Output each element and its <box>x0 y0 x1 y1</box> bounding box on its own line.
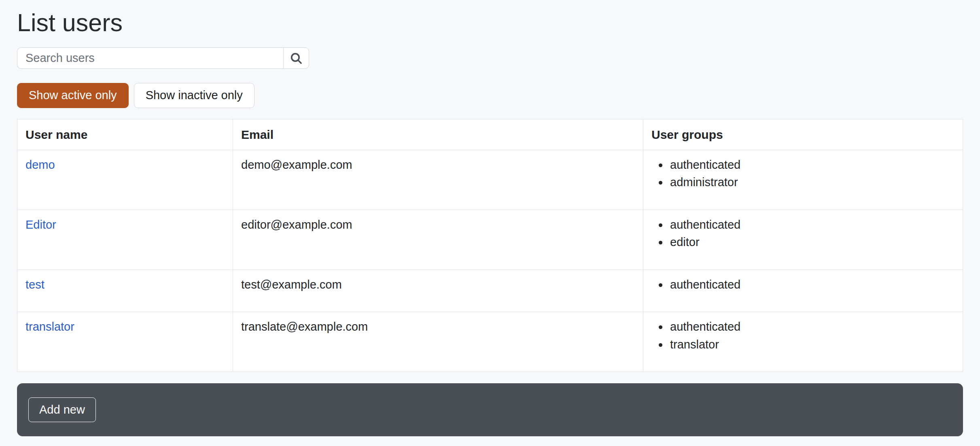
user-name-cell: Editor <box>17 210 233 270</box>
user-group-item: authenticated <box>668 156 955 174</box>
user-link[interactable]: demo <box>25 158 55 171</box>
user-groups-cell: authenticatededitor <box>643 210 963 270</box>
table-row: Editor editor@example.com authenticatede… <box>17 210 963 270</box>
user-email-cell: editor@example.com <box>233 210 643 270</box>
users-page: List users Show active only Show inactiv… <box>0 0 980 436</box>
user-groups-list: authenticatedadministrator <box>651 156 955 191</box>
table-header-row: User name Email User groups <box>17 119 963 150</box>
user-groups-list: authenticatedtranslator <box>651 318 955 353</box>
user-link[interactable]: translator <box>25 320 74 333</box>
search-button[interactable] <box>283 47 309 69</box>
user-email-cell: test@example.com <box>233 270 643 312</box>
column-header-user-groups: User groups <box>643 119 963 150</box>
user-name-cell: demo <box>17 150 233 210</box>
add-new-button[interactable]: Add new <box>28 397 96 423</box>
user-name-cell: test <box>17 270 233 312</box>
user-group-item: translator <box>668 336 955 354</box>
search-group <box>17 47 309 69</box>
user-name-cell: translator <box>17 312 233 372</box>
column-header-user-name: User name <box>17 119 233 150</box>
table-row: translator translate@example.com authent… <box>17 312 963 372</box>
users-table: User name Email User groups demo demo@ex… <box>17 119 963 372</box>
user-group-item: authenticated <box>668 216 955 234</box>
magnifier-icon <box>289 51 303 65</box>
footer-action-bar: Add new <box>17 383 963 436</box>
column-header-email: Email <box>233 119 643 150</box>
user-group-item: editor <box>668 234 955 251</box>
page-title: List users <box>17 8 963 38</box>
show-active-only-button[interactable]: Show active only <box>17 83 129 108</box>
user-groups-cell: authenticatedadministrator <box>643 150 963 210</box>
user-group-item: administrator <box>668 174 955 191</box>
table-row: test test@example.com authenticated <box>17 270 963 312</box>
filter-buttons: Show active only Show inactive only <box>17 83 963 108</box>
user-email-cell: translate@example.com <box>233 312 643 372</box>
user-groups-cell: authenticated <box>643 270 963 312</box>
table-body: demo demo@example.com authenticatedadmin… <box>17 150 963 372</box>
user-email-cell: demo@example.com <box>233 150 643 210</box>
search-input[interactable] <box>17 47 283 69</box>
user-link[interactable]: test <box>25 278 45 291</box>
table-row: demo demo@example.com authenticatedadmin… <box>17 150 963 210</box>
user-groups-list: authenticatededitor <box>651 216 955 251</box>
user-groups-cell: authenticatedtranslator <box>643 312 963 372</box>
user-groups-list: authenticated <box>651 276 955 294</box>
user-link[interactable]: Editor <box>25 218 56 231</box>
user-group-item: authenticated <box>668 276 955 294</box>
show-inactive-only-button[interactable]: Show inactive only <box>134 83 255 108</box>
user-group-item: authenticated <box>668 318 955 336</box>
